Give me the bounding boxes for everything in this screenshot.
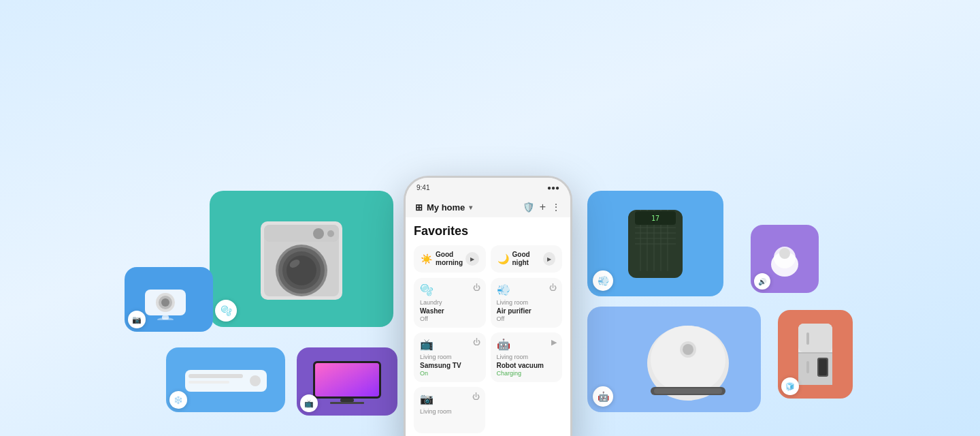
svg-rect-47 (654, 388, 722, 394)
air-purifier-image: 17 (615, 203, 696, 285)
robot-vacuum-image (613, 319, 736, 401)
svg-rect-17 (189, 374, 243, 378)
washer-tile-icon: 🫧 (420, 283, 480, 296)
svg-point-4 (327, 230, 334, 237)
svg-point-3 (313, 228, 324, 239)
ac-badge: ❄️ (169, 391, 187, 409)
svg-rect-53 (819, 359, 827, 375)
tv-image (310, 358, 385, 405)
washer-status: Off (420, 315, 480, 322)
air-purifier-tile[interactable]: 💨 Living room Air purifier Off ⏻ (491, 278, 563, 328)
washer-name: Washer (420, 307, 480, 315)
camera-room: Living room (420, 408, 479, 416)
morning-play-button[interactable]: ▶ (466, 252, 479, 266)
washer-card: 🫧 (210, 191, 393, 327)
tv-tile-icon: 📺 (420, 338, 480, 351)
phone-content: Favorites ☀️ Good morning ▶ 🌙 Good night… (406, 217, 570, 436)
svg-rect-22 (315, 363, 379, 396)
robot-vacuum-card: 🤖 (587, 307, 761, 412)
svg-rect-55 (806, 361, 809, 373)
svg-point-15 (157, 317, 174, 320)
camera-tile-icon: 📷 (420, 392, 479, 405)
svg-rect-23 (340, 399, 354, 402)
home-title[interactable]: My home (427, 202, 465, 213)
grid-icon: ⊞ (415, 202, 423, 213)
status-icons: ●●● (547, 184, 559, 191)
vacuum-play-button[interactable]: ▶ (551, 338, 557, 347)
purifier-room: Living room (497, 299, 557, 307)
svg-rect-49 (798, 324, 832, 352)
svg-point-45 (683, 344, 693, 355)
fridge-image (791, 320, 839, 388)
purifier-name: Air purifier (497, 307, 557, 315)
more-icon[interactable]: ⋮ (551, 202, 561, 213)
shield-icon[interactable]: 🛡️ (523, 202, 534, 213)
svg-point-41 (779, 248, 790, 259)
camera-card: 📷 (125, 267, 213, 332)
vacuum-status: Charging (497, 370, 557, 377)
favorites-heading: Favorites (414, 224, 562, 238)
camera-badge: 📷 (128, 311, 146, 328)
devices-row-2: 📺 Living room Samsung TV On ⏻ 🤖 Living r… (414, 332, 562, 382)
tv-tile[interactable]: 📺 Living room Samsung TV On ⏻ (414, 332, 486, 382)
air-purifier-badge: 💨 (593, 270, 613, 291)
robot-vacuum-badge: 🤖 (593, 386, 613, 407)
washer-image (250, 215, 353, 303)
night-label: Good night (512, 251, 544, 267)
fridge-badge: 🧊 (781, 377, 799, 395)
phone-mockup: 9:41 ●●● ⊞ My home ▾ 🛡️ + ⋮ Favorites (404, 176, 572, 436)
tv-badge: 📺 (300, 394, 318, 412)
tv-status: On (420, 370, 480, 377)
purifier-status: Off (497, 315, 557, 322)
routine-night[interactable]: 🌙 Good night ▶ (491, 245, 563, 272)
air-purifier-tile-icon: 💨 (497, 283, 557, 296)
svg-text:17: 17 (651, 215, 659, 222)
svg-point-8 (287, 255, 316, 285)
camera-image (142, 279, 196, 320)
svg-point-19 (250, 375, 261, 386)
robot-vacuum-tile[interactable]: 🤖 Living room Robot vacuum Charging ▶ (491, 332, 563, 382)
tv-room: Living room (420, 354, 480, 361)
washer-tile[interactable]: 🫧 Laundry Washer Off ⏻ (414, 278, 486, 328)
ac-card: ❄️ (166, 347, 285, 412)
purifier-power-button[interactable]: ⏻ (549, 283, 557, 292)
morning-label: Good morning (436, 251, 463, 267)
add-icon[interactable]: + (540, 201, 546, 213)
status-time: 9:41 (416, 184, 429, 191)
routine-morning[interactable]: ☀️ Good morning ▶ (414, 245, 486, 272)
night-play-button[interactable]: ▶ (543, 252, 555, 266)
google-home-image (764, 238, 805, 279)
air-purifier-card: 17 💨 (587, 191, 723, 296)
devices-row-3: 📷 Living room ⏻ (414, 387, 562, 433)
washer-badge: 🫧 (215, 300, 237, 322)
ac-image (182, 363, 270, 397)
dropdown-arrow[interactable]: ▾ (469, 204, 472, 211)
washer-room: Laundry (420, 299, 480, 307)
phone-status-bar: 9:41 ●●● (406, 178, 570, 197)
vacuum-room: Living room (497, 354, 557, 361)
svg-point-13 (161, 298, 169, 307)
vacuum-tile-icon: 🤖 (497, 338, 557, 351)
tv-power-button[interactable]: ⏻ (473, 338, 480, 346)
fridge-card: 🧊 (778, 310, 853, 399)
phone-app-header[interactable]: ⊞ My home ▾ 🛡️ + ⋮ (406, 197, 570, 217)
svg-point-43 (651, 326, 725, 394)
google-home-badge: 🔊 (754, 273, 770, 290)
tv-name: Samsung TV (420, 361, 480, 370)
svg-rect-18 (189, 381, 229, 384)
svg-rect-54 (806, 332, 809, 345)
washer-power-button[interactable]: ⏻ (473, 283, 480, 292)
routines-row: ☀️ Good morning ▶ 🌙 Good night ▶ (414, 245, 562, 272)
devices-row-1: 🫧 Laundry Washer Off ⏻ 💨 Living room Air… (414, 278, 562, 328)
vacuum-name: Robot vacuum (497, 361, 557, 370)
tv-card: 📺 (297, 347, 397, 416)
svg-rect-51 (798, 352, 832, 354)
moon-icon: 🌙 (497, 253, 509, 264)
google-home-card: 🔊 (751, 225, 819, 293)
camera-tile[interactable]: 📷 Living room ⏻ (414, 387, 485, 433)
sun-icon: ☀️ (421, 253, 432, 264)
camera-power-button[interactable]: ⏻ (472, 392, 480, 401)
svg-rect-24 (330, 402, 364, 404)
